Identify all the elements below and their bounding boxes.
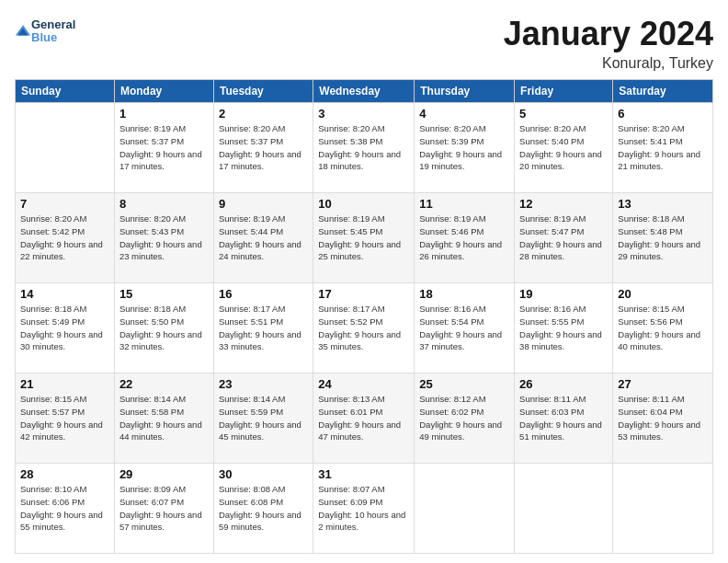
cell-4-0: 28Sunrise: 8:10 AMSunset: 6:06 PMDayligh… (16, 464, 115, 554)
day-info: Sunrise: 8:08 AMSunset: 6:08 PMDaylight:… (219, 484, 301, 532)
cell-1-4: 11Sunrise: 8:19 AMSunset: 5:46 PMDayligh… (415, 193, 515, 283)
day-num: 18 (419, 287, 509, 301)
day-num: 23 (219, 377, 308, 391)
day-info: Sunrise: 8:16 AMSunset: 5:55 PMDaylight:… (519, 304, 602, 351)
day-num: 13 (618, 197, 708, 211)
day-info: Sunrise: 8:15 AMSunset: 5:56 PMDaylight:… (618, 304, 700, 351)
cell-3-0: 21Sunrise: 8:15 AMSunset: 5:57 PMDayligh… (16, 373, 115, 464)
cell-4-5 (515, 464, 613, 554)
cell-2-6: 20Sunrise: 8:15 AMSunset: 5:56 PMDayligh… (613, 283, 713, 373)
cell-3-5: 26Sunrise: 8:11 AMSunset: 6:03 PMDayligh… (515, 373, 613, 464)
day-info: Sunrise: 8:20 AMSunset: 5:41 PMDaylight:… (618, 123, 700, 171)
cell-0-3: 3Sunrise: 8:20 AMSunset: 5:38 PMDaylight… (313, 103, 415, 193)
day-info: Sunrise: 8:19 AMSunset: 5:44 PMDaylight:… (219, 213, 301, 261)
cell-3-6: 27Sunrise: 8:11 AMSunset: 6:04 PMDayligh… (613, 373, 713, 464)
day-num: 3 (318, 107, 409, 121)
cell-4-6 (613, 464, 713, 554)
day-num: 31 (318, 467, 409, 481)
day-info: Sunrise: 8:17 AMSunset: 5:52 PMDaylight:… (318, 304, 401, 351)
header-saturday: Saturday (613, 80, 713, 103)
cell-0-2: 2Sunrise: 8:20 AMSunset: 5:37 PMDaylight… (213, 103, 313, 193)
day-info: Sunrise: 8:18 AMSunset: 5:50 PMDaylight:… (119, 304, 202, 351)
header-monday: Monday (114, 80, 213, 103)
day-num: 16 (219, 287, 308, 301)
cell-0-0 (16, 103, 115, 193)
day-num: 24 (318, 377, 409, 391)
header: General Blue January 2024 Konuralp, Turk… (15, 15, 713, 72)
day-info: Sunrise: 8:11 AMSunset: 6:04 PMDaylight:… (618, 394, 700, 442)
cell-1-2: 9Sunrise: 8:19 AMSunset: 5:44 PMDaylight… (213, 193, 313, 283)
day-num: 22 (119, 377, 209, 391)
day-info: Sunrise: 8:14 AMSunset: 5:58 PMDaylight:… (119, 394, 202, 442)
cell-0-4: 4Sunrise: 8:20 AMSunset: 5:39 PMDaylight… (415, 103, 515, 193)
day-info: Sunrise: 8:10 AMSunset: 6:06 PMDaylight:… (20, 484, 103, 532)
day-num: 28 (20, 467, 109, 481)
header-wednesday: Wednesday (313, 80, 415, 103)
day-num: 14 (20, 287, 109, 301)
day-info: Sunrise: 8:20 AMSunset: 5:42 PMDaylight:… (20, 213, 103, 261)
cell-3-3: 24Sunrise: 8:13 AMSunset: 6:01 PMDayligh… (313, 373, 415, 464)
day-num: 17 (318, 287, 409, 301)
cell-2-5: 19Sunrise: 8:16 AMSunset: 5:55 PMDayligh… (515, 283, 613, 373)
page: General Blue January 2024 Konuralp, Turk… (0, 0, 728, 563)
day-info: Sunrise: 8:15 AMSunset: 5:57 PMDaylight:… (20, 394, 103, 442)
day-num: 10 (318, 197, 409, 211)
header-row: Sunday Monday Tuesday Wednesday Thursday… (16, 80, 713, 103)
day-num: 9 (219, 197, 308, 211)
title-block: January 2024 Konuralp, Turkey (504, 15, 713, 72)
day-num: 11 (419, 197, 509, 211)
cell-2-4: 18Sunrise: 8:16 AMSunset: 5:54 PMDayligh… (415, 283, 515, 373)
logo: General Blue (15, 18, 75, 45)
cell-4-1: 29Sunrise: 8:09 AMSunset: 6:07 PMDayligh… (114, 464, 213, 554)
day-info: Sunrise: 8:16 AMSunset: 5:54 PMDaylight:… (419, 304, 502, 351)
day-num: 27 (618, 377, 708, 391)
cell-3-2: 23Sunrise: 8:14 AMSunset: 5:59 PMDayligh… (213, 373, 313, 464)
day-info: Sunrise: 8:12 AMSunset: 6:02 PMDaylight:… (419, 394, 502, 442)
cell-0-1: 1Sunrise: 8:19 AMSunset: 5:37 PMDaylight… (114, 103, 213, 193)
day-num: 6 (618, 107, 708, 121)
cell-3-1: 22Sunrise: 8:14 AMSunset: 5:58 PMDayligh… (114, 373, 213, 464)
day-info: Sunrise: 8:20 AMSunset: 5:40 PMDaylight:… (519, 123, 602, 171)
header-thursday: Thursday (415, 80, 515, 103)
day-num: 7 (20, 197, 109, 211)
day-info: Sunrise: 8:13 AMSunset: 6:01 PMDaylight:… (318, 394, 401, 442)
logo-icon (15, 23, 31, 40)
week-row-2: 14Sunrise: 8:18 AMSunset: 5:49 PMDayligh… (16, 283, 713, 373)
day-info: Sunrise: 8:20 AMSunset: 5:37 PMDaylight:… (219, 123, 301, 171)
cell-1-0: 7Sunrise: 8:20 AMSunset: 5:42 PMDaylight… (16, 193, 115, 283)
week-row-3: 21Sunrise: 8:15 AMSunset: 5:57 PMDayligh… (16, 373, 713, 464)
cell-4-3: 31Sunrise: 8:07 AMSunset: 6:09 PMDayligh… (313, 464, 415, 554)
day-num: 30 (219, 467, 308, 481)
page-title: January 2024 (504, 15, 713, 53)
day-info: Sunrise: 8:19 AMSunset: 5:45 PMDaylight:… (318, 213, 401, 261)
cell-1-5: 12Sunrise: 8:19 AMSunset: 5:47 PMDayligh… (515, 193, 613, 283)
day-info: Sunrise: 8:20 AMSunset: 5:38 PMDaylight:… (318, 123, 401, 171)
day-info: Sunrise: 8:17 AMSunset: 5:51 PMDaylight:… (219, 304, 301, 351)
week-row-4: 28Sunrise: 8:10 AMSunset: 6:06 PMDayligh… (16, 464, 713, 554)
day-num: 26 (519, 377, 608, 391)
day-num: 12 (519, 197, 608, 211)
cell-1-3: 10Sunrise: 8:19 AMSunset: 5:45 PMDayligh… (313, 193, 415, 283)
cell-2-1: 15Sunrise: 8:18 AMSunset: 5:50 PMDayligh… (114, 283, 213, 373)
day-info: Sunrise: 8:20 AMSunset: 5:43 PMDaylight:… (119, 213, 202, 261)
cell-0-6: 6Sunrise: 8:20 AMSunset: 5:41 PMDaylight… (613, 103, 713, 193)
week-row-0: 1Sunrise: 8:19 AMSunset: 5:37 PMDaylight… (16, 103, 713, 193)
cell-0-5: 5Sunrise: 8:20 AMSunset: 5:40 PMDaylight… (515, 103, 613, 193)
logo-text-line1: General (31, 18, 75, 31)
day-num: 4 (419, 107, 509, 121)
day-info: Sunrise: 8:18 AMSunset: 5:49 PMDaylight:… (20, 304, 103, 351)
cell-2-0: 14Sunrise: 8:18 AMSunset: 5:49 PMDayligh… (16, 283, 115, 373)
day-info: Sunrise: 8:19 AMSunset: 5:37 PMDaylight:… (119, 123, 202, 171)
day-info: Sunrise: 8:07 AMSunset: 6:09 PMDaylight:… (318, 484, 405, 532)
day-num: 20 (618, 287, 708, 301)
cell-1-6: 13Sunrise: 8:18 AMSunset: 5:48 PMDayligh… (613, 193, 713, 283)
calendar-table: Sunday Monday Tuesday Wednesday Thursday… (15, 79, 713, 554)
day-num: 29 (119, 467, 209, 481)
day-info: Sunrise: 8:19 AMSunset: 5:46 PMDaylight:… (419, 213, 502, 261)
page-subtitle: Konuralp, Turkey (504, 55, 713, 72)
day-num: 19 (519, 287, 608, 301)
day-info: Sunrise: 8:09 AMSunset: 6:07 PMDaylight:… (119, 484, 202, 532)
day-num: 2 (219, 107, 308, 121)
day-info: Sunrise: 8:20 AMSunset: 5:39 PMDaylight:… (419, 123, 502, 171)
logo-text-line2: Blue (31, 31, 75, 44)
